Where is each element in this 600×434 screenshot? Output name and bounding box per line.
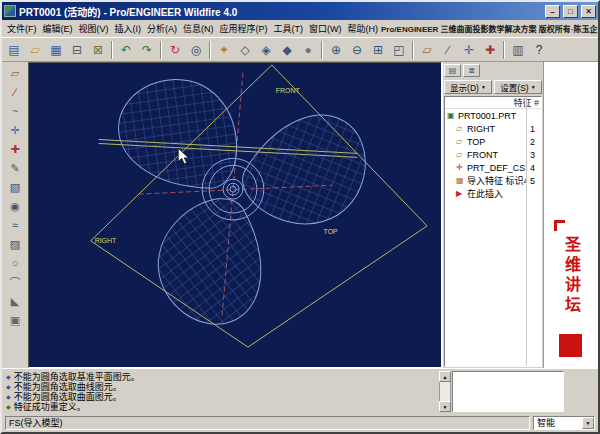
message-bullet-icon: ◆ <box>6 403 11 410</box>
sweep-icon[interactable]: ≈ <box>5 216 25 234</box>
menu-item[interactable]: 窗口(W) <box>306 21 345 36</box>
sketch-icon[interactable]: ✎ <box>5 159 25 177</box>
selection-filter-combo[interactable]: 智能 ▼ <box>533 416 595 430</box>
datum-plane-icon[interactable]: ▱ <box>5 64 25 82</box>
no-hidden-icon[interactable]: ◆ <box>277 40 297 60</box>
message-scrollbar[interactable]: ▲ ▼ <box>439 371 451 412</box>
tree-item-import-feature[interactable]: ▦ 导入特征 标识45 5 <box>445 174 541 187</box>
wireframe-icon[interactable]: ◇ <box>235 40 255 60</box>
erase-icon[interactable]: ⊠ <box>88 40 108 60</box>
message-input-box[interactable] <box>452 371 564 412</box>
app-icon <box>4 5 16 17</box>
main-content: ▱∕~✛✚✎▧◉≈▨○⌒◣▣ <box>2 62 598 368</box>
tree-item-label: 导入特征 标识45 <box>467 174 527 187</box>
hidden-line-icon[interactable]: ◈ <box>256 40 276 60</box>
scroll-up-icon[interactable]: ▲ <box>439 371 451 382</box>
datum-curve-icon[interactable]: ~ <box>5 102 25 120</box>
tree-settings-dropdown[interactable]: 设置(S) ▼ <box>494 80 542 94</box>
csys-toggle-icon[interactable]: ✚ <box>480 40 500 60</box>
tree-item-part[interactable]: ▣ PRT0001.PRT <box>445 109 541 122</box>
minimize-button[interactable]: – <box>545 5 560 18</box>
statusbar: FS(导入模型) 智能 ▼ <box>2 414 598 432</box>
message-bullet-icon: ◆ <box>6 373 11 380</box>
refit-icon[interactable]: ⊞ <box>368 40 388 60</box>
datum-axis-toggle-icon[interactable]: ∕ <box>438 40 458 60</box>
toolbar-separator <box>321 41 323 59</box>
app-window: PRT0001 (活动的) - Pro/ENGINEER Wildfire 4.… <box>0 0 600 434</box>
tree-item-feature-number: 5 <box>527 176 541 186</box>
open-file-icon[interactable]: ▱ <box>25 40 45 60</box>
blend-icon[interactable]: ▨ <box>5 235 25 253</box>
chamfer-icon[interactable]: ◣ <box>5 292 25 310</box>
round-icon[interactable]: ⌒ <box>5 273 25 291</box>
logo-strip: 圣维讲坛 <box>543 62 598 368</box>
revolve-icon[interactable]: ◉ <box>5 197 25 215</box>
menu-item[interactable]: 文件(F) <box>4 21 40 36</box>
tree-settings-label: 设置(S) <box>500 81 528 93</box>
message-text: 特征成功重定义。 <box>14 400 86 413</box>
tree-item-insert-here[interactable]: ▶ 在此插入 <box>445 187 541 200</box>
menu-item[interactable]: 插入(I) <box>112 21 145 36</box>
zoom-out-icon[interactable]: ⊖ <box>347 40 367 60</box>
datum-point-toggle-icon[interactable]: ✛ <box>459 40 479 60</box>
message-area: ◆ 不能为圆角选取基准平面图元。 ◆ 不能为圆角选取曲线图元。 ◆ 不能为圆角选… <box>2 368 598 414</box>
help-icon[interactable]: ? <box>529 40 549 60</box>
model-tree-tab-icon[interactable]: ▤ <box>444 64 461 77</box>
tree-item-label: PRT0001.PRT <box>458 111 527 121</box>
window-title: PRT0001 (活动的) - Pro/ENGINEER Wildfire 4.… <box>19 4 542 19</box>
chevron-down-icon: ▼ <box>531 84 536 90</box>
menu-item[interactable]: 帮助(H) <box>345 21 382 36</box>
reorient-icon[interactable]: ◰ <box>389 40 409 60</box>
redraw-icon[interactable]: ✦ <box>214 40 234 60</box>
view-manager-icon[interactable]: ▥ <box>508 40 528 60</box>
tree-show-dropdown[interactable]: 显示(D) ▼ <box>444 80 492 94</box>
toolbar-zoom-group: ⊕⊖⊞◰ <box>326 40 409 60</box>
feature-toolbar: ▱∕~✛✚✎▧◉≈▨○⌒◣▣ <box>2 62 28 368</box>
menu-item[interactable]: 编辑(E) <box>40 21 76 36</box>
menu-items: 文件(F)编辑(E)视图(V)插入(I)分析(A)信息(N)应用程序(P)工具(… <box>4 20 381 37</box>
hole-icon[interactable]: ○ <box>5 254 25 272</box>
graphics-area: FRONT TOP RIGHT <box>28 62 442 368</box>
3d-canvas[interactable]: FRONT TOP RIGHT <box>29 63 441 367</box>
datum-point-icon[interactable]: ✛ <box>5 121 25 139</box>
model-tree-panel: ▤≣ 显示(D) ▼ 设置(S) ▼ 特征 # ▣ PRT0001.PRT <box>442 62 543 368</box>
tree-item-top[interactable]: ▱ TOP 2 <box>445 135 541 148</box>
close-button[interactable]: ✕ <box>581 5 596 18</box>
menu-item[interactable]: 分析(A) <box>144 21 180 36</box>
maximize-button[interactable]: □ <box>563 5 578 18</box>
shaded-icon[interactable]: ● <box>298 40 318 60</box>
print-icon[interactable]: ⊟ <box>67 40 87 60</box>
main-toolbar: ▤▱▦⊟⊠ ↶↷ ↻◎ ✦◇◈◆● ⊕⊖⊞◰ ▱∕✛✚ ▥? <box>2 37 598 62</box>
menu-item[interactable]: 应用程序(P) <box>217 21 271 36</box>
menu-item[interactable]: 信息(N) <box>180 21 217 36</box>
zoom-in-icon[interactable]: ⊕ <box>326 40 346 60</box>
tree-item-icon: ▶ <box>456 189 467 198</box>
tree-item-csys[interactable]: ✛ PRT_DEF_CSYS 4 <box>445 161 541 174</box>
save-file-icon[interactable]: ▦ <box>46 40 66 60</box>
tree-item-label: TOP <box>467 137 527 147</box>
csys-icon[interactable]: ✚ <box>5 140 25 158</box>
redo-icon[interactable]: ↷ <box>137 40 157 60</box>
menu-item[interactable]: 视图(V) <box>76 21 112 36</box>
tree-item-right[interactable]: ▱ RIGHT 1 <box>445 122 541 135</box>
menu-item[interactable]: 工具(T) <box>271 21 307 36</box>
status-prompt: FS(导入模型) <box>5 416 530 430</box>
scroll-track[interactable] <box>439 382 451 401</box>
tree-tab-buttons: ▤≣ <box>444 63 542 79</box>
shell-icon[interactable]: ▣ <box>5 311 25 329</box>
datum-plane-toggle-icon[interactable]: ▱ <box>417 40 437 60</box>
search-icon[interactable]: ◎ <box>186 40 206 60</box>
new-file-icon[interactable]: ▤ <box>4 40 24 60</box>
chevron-down-icon[interactable]: ▼ <box>582 417 594 429</box>
logo-corner-mark <box>554 220 565 231</box>
tree-item-front[interactable]: ▱ FRONT 3 <box>445 148 541 161</box>
datum-axis-icon[interactable]: ∕ <box>5 83 25 101</box>
toolbar-display-group: ✦◇◈◆● <box>214 40 318 60</box>
scroll-down-icon[interactable]: ▼ <box>439 401 451 412</box>
regenerate-icon[interactable]: ↻ <box>165 40 185 60</box>
layer-tree-tab-icon[interactable]: ≣ <box>463 64 480 77</box>
tree-item-feature-number: 3 <box>527 150 541 160</box>
extrude-icon[interactable]: ▧ <box>5 178 25 196</box>
tree-item-feature-number: 2 <box>527 137 541 147</box>
undo-icon[interactable]: ↶ <box>116 40 136 60</box>
